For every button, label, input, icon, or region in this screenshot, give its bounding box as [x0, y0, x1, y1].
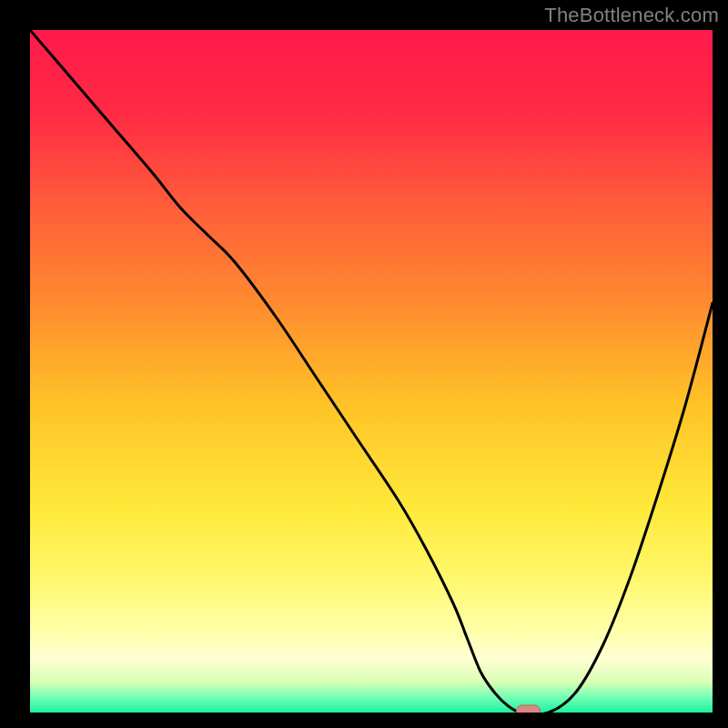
optimal-marker — [517, 705, 541, 713]
plot-area — [30, 30, 713, 713]
gradient-background — [30, 30, 713, 713]
chart-svg — [30, 30, 713, 713]
watermark-text: TheBottleneck.com — [544, 4, 719, 27]
chart-frame: TheBottleneck.com — [0, 0, 728, 728]
